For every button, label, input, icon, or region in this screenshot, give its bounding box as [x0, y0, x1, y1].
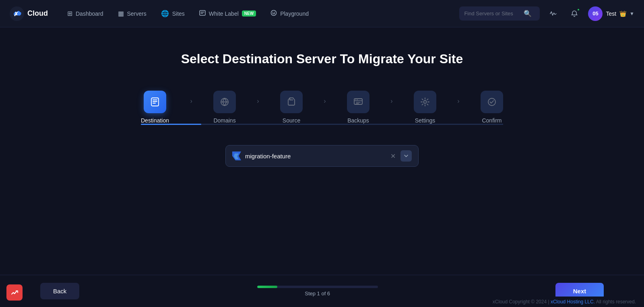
step-settings[interactable]: Settings [414, 91, 436, 124]
user-name: Test [606, 10, 616, 17]
step-confirm[interactable]: Confirm [481, 91, 503, 124]
arrow-3: › [324, 97, 326, 105]
logo[interactable]: ✗ Cloud [10, 6, 48, 21]
progress-bar-track [257, 286, 378, 288]
svg-point-4 [272, 12, 273, 12]
crown-icon: 👑 [619, 10, 626, 17]
search-icon: 🔍 [524, 10, 532, 17]
search-bar[interactable]: 🔍 [459, 6, 540, 21]
main-content: Select Destination Server To Migrate You… [0, 27, 644, 291]
stepper: Destination › Domains › [141, 91, 503, 124]
svg-point-3 [271, 10, 277, 15]
arrow-5: › [457, 97, 459, 105]
step-settings-icon [414, 91, 436, 113]
dropdown-clear-btn[interactable]: ✕ [389, 151, 397, 161]
bottom-left-widget[interactable] [6, 284, 23, 301]
nav-items: ⊞ Dashboard ▦ Servers 🌐 Sites White Labe… [61, 6, 456, 21]
dropdown-actions: ✕ [389, 150, 412, 162]
destination-server-value: migration-feature [245, 153, 385, 160]
step-source-label: Source [283, 117, 300, 124]
search-input[interactable] [464, 10, 520, 17]
step-confirm-label: Confirm [482, 117, 502, 124]
nav-item-playground[interactable]: Playground [264, 6, 315, 21]
step-progress-label: Step 1 of 6 [305, 290, 330, 297]
notification-icon[interactable] [567, 6, 582, 21]
dashboard-icon: ⊞ [67, 10, 72, 17]
notification-dot [577, 8, 580, 11]
step-backups[interactable]: Backups [347, 91, 369, 124]
stepper-container: Destination › Domains › [141, 91, 503, 125]
step-source[interactable]: Source [280, 91, 303, 124]
step-domains[interactable]: Domains [213, 91, 236, 124]
sites-icon: 🌐 [161, 10, 169, 17]
arrow-2: › [257, 97, 259, 105]
svg-point-11 [423, 101, 426, 104]
activity-icon[interactable] [546, 6, 561, 21]
nav-item-servers[interactable]: ▦ Servers [111, 6, 153, 21]
white-label-icon [199, 10, 206, 18]
step-destination-label: Destination [141, 117, 169, 124]
step-destination-icon [144, 91, 166, 113]
step-backups-label: Backups [347, 117, 369, 124]
logo-text: Cloud [27, 9, 48, 18]
playground-icon [270, 10, 277, 18]
servers-icon: ▦ [118, 10, 124, 17]
arrow-1: › [190, 97, 192, 105]
step-backups-icon [347, 91, 369, 113]
step-domains-icon [213, 91, 236, 113]
arrow-4: › [390, 97, 392, 105]
user-menu[interactable]: 05 Test 👑 ▼ [588, 6, 634, 21]
destination-server-select[interactable]: migration-feature ✕ [225, 145, 419, 167]
user-avatar: 05 [588, 6, 603, 21]
dropdown-chevron-btn[interactable] [400, 150, 412, 162]
progress-bar-fill [257, 286, 277, 288]
widget-icon [10, 288, 19, 297]
progress-section: Step 1 of 6 [257, 286, 378, 297]
nav-item-dashboard[interactable]: ⊞ Dashboard [61, 6, 110, 21]
step-domains-label: Domains [213, 117, 235, 124]
step-settings-label: Settings [415, 117, 436, 124]
destination-dropdown-section: migration-feature ✕ [225, 145, 419, 167]
step-confirm-icon [481, 91, 503, 113]
page-title: Select Destination Server To Migrate You… [181, 52, 463, 66]
svg-rect-2 [200, 10, 205, 15]
svg-point-10 [357, 100, 358, 100]
stepper-progress-line [141, 124, 503, 125]
svg-rect-6 [151, 98, 159, 106]
step-source-icon [280, 91, 303, 113]
navbar-right: 🔍 05 Test 👑 ▼ [459, 6, 634, 21]
new-badge: NEW [242, 10, 256, 17]
vultr-logo [232, 151, 241, 160]
back-button[interactable]: Back [40, 283, 79, 299]
nav-item-sites[interactable]: 🌐 Sites [155, 6, 191, 21]
svg-point-9 [355, 100, 356, 100]
user-dropdown-chevron: ▼ [630, 11, 634, 17]
step-destination[interactable]: Destination [141, 91, 169, 124]
nav-item-white-label[interactable]: White Label NEW [193, 6, 262, 21]
stepper-progress-fill [141, 124, 201, 125]
svg-text:✗: ✗ [14, 11, 19, 17]
svg-point-5 [274, 12, 275, 12]
svg-point-12 [488, 98, 495, 106]
navbar: ✗ Cloud ⊞ Dashboard ▦ Servers 🌐 Sites Wh… [0, 0, 644, 27]
footer-copyright: xCloud Copyright © 2024 | xCloud Hosting… [485, 297, 644, 307]
